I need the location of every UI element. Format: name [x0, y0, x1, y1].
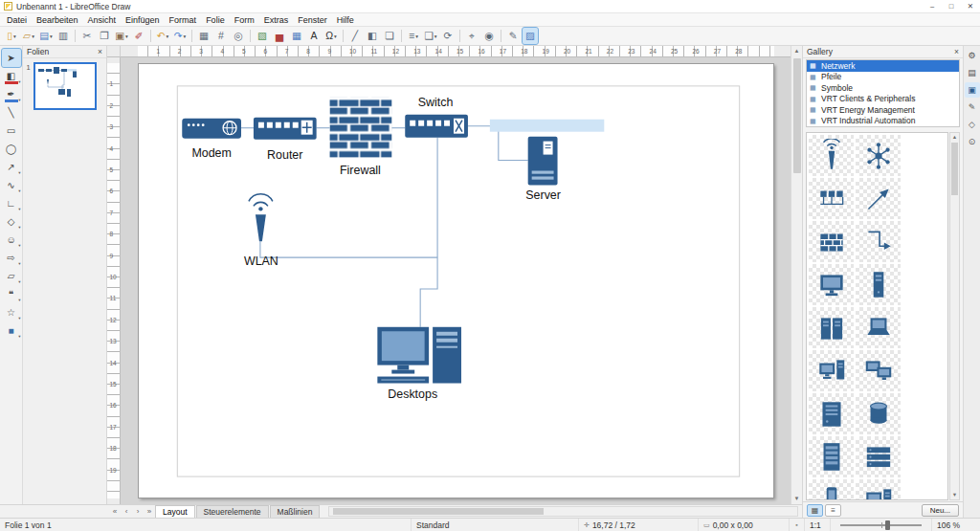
dropdown-arrow-icon[interactable]: ▾ [334, 33, 337, 39]
gallery-category-pfeile[interactable]: ▦Pfeile [807, 72, 959, 83]
edit-points-button[interactable]: ⌖ [464, 28, 479, 44]
drawing-viewport[interactable]: Modem Router Firewall [121, 57, 791, 504]
select-tool[interactable]: ➤ [2, 49, 21, 67]
paste-button[interactable]: ▣▾ [114, 28, 129, 44]
gallery-item-desktop-computer[interactable] [809, 350, 854, 391]
gallery-category-vrt-energy-management[interactable]: ▦VRT Energy Management [807, 104, 959, 116]
deck-gallery-button[interactable]: ▣ [965, 82, 980, 98]
gallery-category-symbole[interactable]: ▦Symbole [807, 82, 959, 94]
zoom-factor[interactable]: 1:1 [805, 519, 831, 531]
cut-button[interactable]: ✂ [79, 28, 95, 44]
callouts-tool[interactable]: ❝▾ [2, 285, 21, 303]
insert-line-button[interactable]: ╱ [347, 28, 363, 44]
new-button[interactable]: ▯▾ [4, 28, 19, 44]
menu-datei[interactable]: Datei [2, 13, 32, 27]
gallery-item-network-arrow[interactable] [856, 221, 901, 262]
dropdown-arrow-icon[interactable]: ▾ [50, 33, 53, 39]
gallery-item-connection-line[interactable] [856, 178, 901, 219]
symbol-shapes-tool[interactable]: ☺▾ [2, 231, 21, 249]
menu-hilfe[interactable]: Hilfe [332, 13, 359, 27]
gallery-item-monitor-group[interactable] [856, 350, 901, 391]
firewall-node[interactable]: Firewall [330, 98, 392, 178]
dropdown-arrow-icon[interactable]: ▾ [18, 207, 20, 211]
horizontal-ruler[interactable]: 1234567891011121314151617181920212223242… [121, 46, 791, 57]
gallery-item-wlan-antenna[interactable] [809, 135, 854, 176]
minimize-button[interactable]: – [923, 0, 942, 12]
undo-button[interactable]: ↶▾ [155, 28, 170, 44]
gallery-category-vrt-clients-peripherals[interactable]: ▦VRT Clients & Peripherals [807, 94, 959, 105]
block-arrows-tool[interactable]: ⇨▾ [2, 249, 21, 267]
gallery-item-laptop[interactable] [856, 307, 901, 348]
tab-nav-next-button[interactable]: › [132, 505, 144, 518]
curves-and-polygons-tool[interactable]: ∿▾ [2, 176, 21, 194]
tab-nav-first-button[interactable]: « [109, 505, 121, 518]
sidebar-settings-button[interactable]: ⚙ [965, 48, 980, 63]
gallery-scrollbar-thumb[interactable] [951, 143, 958, 195]
gallery-item-firewall[interactable] [809, 221, 854, 262]
gallery-item-server-pair[interactable] [809, 307, 854, 348]
insert-table-button[interactable]: ▦ [289, 28, 304, 44]
stars-and-banners-tool[interactable]: ☆▾ [2, 303, 21, 321]
menu-form[interactable]: Form [230, 13, 259, 27]
icon-view-button[interactable]: ▦ [807, 504, 823, 517]
deck-styles-button[interactable]: ✎ [965, 100, 980, 115]
wlan-node[interactable]: WLAN [244, 194, 278, 268]
flowchart-tool[interactable]: ▱▾ [2, 267, 21, 285]
dropdown-arrow-icon[interactable]: ▾ [18, 316, 20, 321]
menu-fenster[interactable]: Fenster [293, 13, 332, 27]
gallery-item-rack-servers[interactable] [856, 436, 901, 477]
dropdown-arrow-icon[interactable]: ▾ [13, 33, 16, 39]
redo-button[interactable]: ↷▾ [172, 28, 188, 44]
dropdown-arrow-icon[interactable]: ▾ [18, 79, 20, 84]
shadow-button[interactable]: ❏ [382, 28, 397, 44]
page-style[interactable]: Standard [412, 519, 579, 531]
dropdown-arrow-icon[interactable]: ▾ [18, 334, 20, 339]
tab-nav-last-button[interactable]: » [144, 505, 155, 518]
dropdown-arrow-icon[interactable]: ▾ [18, 170, 20, 175]
new-theme-button[interactable]: Neu... [922, 504, 959, 517]
gallery-item-mobile-phone[interactable] [809, 479, 854, 500]
dropdown-arrow-icon[interactable]: ▾ [18, 298, 20, 302]
vertical-ruler[interactable]: 12345678910111213141516171819 [107, 57, 121, 504]
horizontal-scrollbar-thumb[interactable] [333, 508, 544, 515]
snap-guides-button[interactable]: # [213, 28, 229, 44]
line-color-tool[interactable]: ✒▾ [2, 85, 21, 103]
zoom-percent[interactable]: 106 % [932, 519, 965, 531]
insert-special-char-button[interactable]: Ω▾ [323, 28, 339, 44]
insert-textbox-button[interactable]: A [306, 28, 322, 44]
dropdown-arrow-icon[interactable]: ▾ [18, 243, 20, 248]
menu-ansicht[interactable]: Ansicht [83, 13, 122, 27]
vertical-scrollbar[interactable]: ▲ ▼ [791, 46, 802, 504]
tab-steuerelemente[interactable]: Steuerelemente [196, 505, 269, 518]
drawing-page[interactable]: Modem Router Firewall [138, 63, 774, 498]
gallery-button[interactable]: ▨ [523, 28, 538, 44]
display-grid-button[interactable]: ▦ [196, 28, 212, 44]
zoom-slider[interactable] [831, 519, 932, 531]
dropdown-arrow-icon[interactable]: ▾ [32, 33, 34, 39]
clone-formatting-button[interactable]: ✐ [131, 28, 146, 44]
tab-layout[interactable]: Layout [155, 505, 195, 518]
dropdown-arrow-icon[interactable]: ▾ [18, 98, 20, 102]
rotate-button[interactable]: ⟳ [440, 28, 456, 44]
scroll-down-icon[interactable]: ▼ [950, 491, 959, 499]
list-view-button[interactable]: ≡ [825, 504, 841, 517]
zoom-slider-thumb[interactable] [885, 520, 890, 530]
glue-points-button[interactable]: ◉ [481, 28, 497, 44]
menu-format[interactable]: Format [165, 13, 202, 27]
gallery-category-netzwerk[interactable]: ▦Netzwerk [807, 60, 959, 72]
print-button[interactable]: ▥ [56, 28, 71, 44]
deck-properties-button[interactable]: ▤ [965, 65, 980, 80]
dropdown-arrow-icon[interactable]: ▾ [18, 279, 20, 284]
horizontal-scrollbar[interactable] [328, 506, 798, 517]
basic-shapes-tool[interactable]: ◇▾ [2, 212, 21, 231]
switch-node[interactable]: Switch [405, 96, 468, 138]
menu-extras[interactable]: Extras [259, 13, 294, 27]
menu-bearbeiten[interactable]: Bearbeiten [32, 13, 83, 27]
gallery-item-server-stack[interactable] [809, 393, 854, 434]
gallery-item-network-cylinder[interactable] [856, 393, 901, 434]
scroll-up-icon[interactable]: ▲ [791, 46, 802, 56]
gallery-item-monitor[interactable] [809, 264, 854, 305]
insert-line-tool[interactable]: ╲ [2, 103, 21, 122]
connectors-tool[interactable]: ∟▾ [2, 194, 21, 212]
dropdown-arrow-icon[interactable]: ▾ [125, 33, 128, 39]
